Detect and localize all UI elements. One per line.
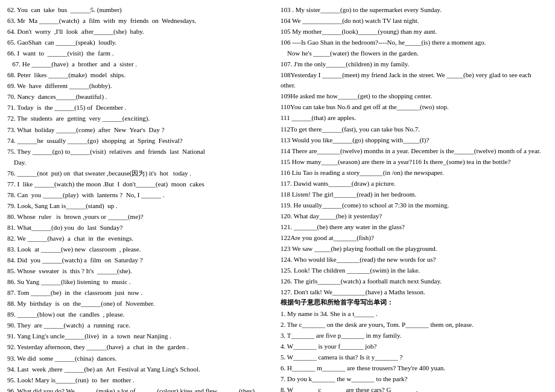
exercise-line: 75. They ______(go) to______(visit) rela… (7, 147, 274, 157)
exercise-line: 70. Nancy dances______(beautiful) . (7, 92, 274, 102)
exercise-line: 96. What did you do? We ______(make) a l… (7, 386, 274, 392)
exercise-line: 2. The c_______ on the desk are yours, T… (281, 320, 548, 330)
exercise-line: 127. Don't talk! We__________(have) a Ma… (281, 287, 548, 297)
exercise-line: 121. _______(be) there any water in the … (281, 222, 548, 232)
exercise-line: 80. Whose ruler is brown ,yours or _____… (7, 212, 274, 222)
exercise-line: 8. W_______ c_______ are these cars? G__… (281, 385, 548, 392)
exercise-line: Day. (7, 157, 274, 168)
exercise-line: 63. Mr Ma ______(watch) a film with my f… (7, 16, 274, 26)
exercise-line: 65. GaoShan can ______(speak) loudly. (7, 37, 274, 48)
exercise-line: 94. Last week ,there ______(be) an Art F… (7, 364, 274, 375)
exercise-line: 120. What day_____(be) it yesterday? (281, 211, 548, 221)
exercise-line: 69. We have different ______(hobby). (7, 81, 274, 91)
exercise-line: 66. I want to ______(visit) the farm . (7, 48, 274, 58)
exercise-line: 3. T_______ are five p_______ in my fami… (281, 330, 548, 341)
exercise-line: 87. Tom ______(be) in the classroom just… (7, 288, 274, 298)
exercise-line: 77. I like ______(watch) the moon .But I… (7, 179, 274, 189)
exercise-line: 118 Listen! The girl_______(read) in her… (281, 189, 548, 200)
exercise-line: 103 . My sister______(go) to the superma… (281, 5, 548, 15)
exercise-line: 85. Whose sweater is this ? It's ______(… (7, 266, 274, 276)
exercise-line: 115 How many_____(season) are there in a… (281, 157, 548, 167)
main-content: 62. You can take bus ______5. (number)63… (7, 5, 548, 392)
exercise-line: 95. Look! Mary is______(run) to her moth… (7, 375, 274, 385)
exercise-line: 83. Look at ______(we) new classroom , p… (7, 244, 274, 254)
exercise-line: 113 Would you like______(go) shopping wi… (281, 135, 548, 145)
exercise-line: 1. My name is 34. She is a t______ . (281, 309, 548, 319)
exercise-line: 105 My mother______(look)______(young) t… (281, 27, 548, 37)
exercise-line: 78. Can you ______(play) with lanterns ?… (7, 190, 274, 200)
exercise-line: 124. Who would like_______(read) the new… (281, 254, 548, 265)
exercise-line: 93. We did some ______(china) dances. (7, 353, 274, 364)
exercise-line: 104 We ____________(do not) watch TV las… (281, 16, 548, 26)
exercise-line: 88. My birthday is on the______(one) of … (7, 299, 274, 309)
exercise-line: 62. You can take bus ______5. (number) (7, 5, 274, 15)
exercise-line: 90. They are ______(watch) a running rac… (7, 320, 274, 330)
exercise-line: 4. W_______ is your f_______ job? (281, 341, 548, 352)
exercise-line: 91. Yang Ling's uncle______(live) in a t… (7, 331, 274, 341)
exercise-line: 74. ______he usually ______(go) shopping… (7, 136, 274, 146)
exercise-line: 7. Do you k_______ the w_______ to the p… (281, 374, 548, 384)
right-column: 103 . My sister______(go) to the superma… (281, 5, 548, 392)
exercise-line: 根据句子意思和所给首字母写出单词： (281, 298, 548, 308)
exercise-line: 106 ----Is Gao Shan in the bedroom?----N… (281, 37, 548, 48)
exercise-line: 126. The girls_______(watch) a football … (281, 276, 548, 286)
exercise-line: 122Are you good at_______(fish)? (281, 233, 548, 243)
exercise-line: 110You can take bus No.6 and get off at … (281, 102, 548, 112)
exercise-line: 84. Did you ______(watch) a film on Satu… (7, 255, 274, 265)
exercise-line: Now he's _____(water) the flowers in the… (281, 48, 548, 58)
exercise-line: 112To get there______(fast), you can tak… (281, 124, 548, 134)
exercise-line: 81. What______(do) you do last Sunday? (7, 223, 274, 233)
exercise-line: 64. Don't worry ,I'll look after______(s… (7, 27, 274, 37)
exercise-line: 108Yesterday I ______(meet) my friend Ja… (281, 70, 548, 90)
exercise-line: 116 Liu Tao is reading a story_______(in… (281, 168, 548, 178)
exercise-line: 76. ______(not put) on that sweater ,bec… (7, 168, 274, 179)
exercise-line: 6. H_______ m_______ are these trousers?… (281, 363, 548, 373)
exercise-line: 107. J'm the only______(children) in my … (281, 59, 548, 69)
exercise-line: 67. He ______(have) a brother and a sist… (7, 59, 274, 69)
exercise-line: 125. Look! The children _______(swim) in… (281, 265, 548, 276)
exercise-line: 71. Today is the ______(15) of December … (7, 103, 274, 113)
exercise-line: 72. The students are getting very ______… (7, 113, 274, 124)
exercise-line: 86. Su Yang ______(like) listening to mu… (7, 277, 274, 287)
exercise-line: 68. Peter likes ______(make) model ships… (7, 70, 274, 80)
exercise-line: 123 We saw _____(he) playing football on… (281, 244, 548, 254)
exercise-line: 111 ______(that) are apples. (281, 113, 548, 123)
exercise-line: 89. ______(blow) out the candles , pleas… (7, 309, 274, 320)
exercise-line: 117. Dawid wants_______(draw) a picture. (281, 179, 548, 189)
left-column: 62. You can take bus ______5. (number)63… (7, 5, 274, 392)
exercise-line: 82. We ______(have) a chat in the evenin… (7, 233, 274, 244)
exercise-line: 114 There are_______(twelve) months in a… (281, 146, 548, 156)
exercise-line: 5. W_______ camera is that? Is it y_____… (281, 352, 548, 362)
exercise-line: 79. Look, Sang Lan is______(stand) up . (7, 201, 274, 211)
exercise-line: 119. He usually______(come) to school at… (281, 200, 548, 210)
exercise-line: 92. Yesterday afternoon, they ______(hav… (7, 342, 274, 352)
exercise-line: 109He asked me how______(get) to the sho… (281, 91, 548, 101)
exercise-line: 73. What holiday ______(come) after New … (7, 125, 274, 135)
